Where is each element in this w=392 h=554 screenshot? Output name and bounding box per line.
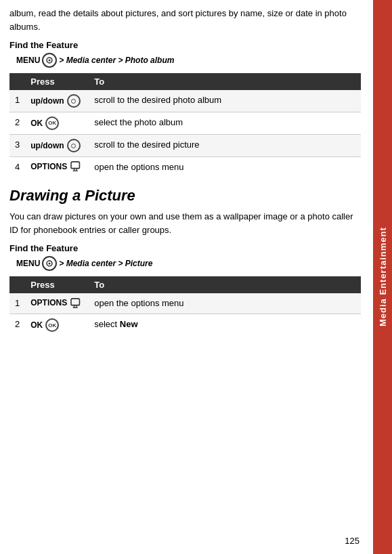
table-row: 1 OPTIONS open the options menu [9, 293, 361, 314]
table-row: 2 OK OK select New [9, 314, 361, 337]
step-to: scroll to the desired photo album [89, 90, 361, 112]
step-press: OK OK [25, 112, 89, 135]
press-cell-content: OPTIONS [30, 161, 83, 173]
step-press: up/down [25, 135, 89, 157]
section2-title: Drawing a Picture [9, 187, 361, 205]
nav-circle-icon [67, 139, 81, 152]
svg-rect-6 [71, 298, 79, 305]
step-to: select the photo album [89, 112, 361, 135]
th-empty-1 [9, 73, 25, 90]
options-phone-icon [70, 298, 83, 309]
step-number: 1 [9, 293, 25, 314]
nav-circle-inner [71, 99, 76, 104]
step-press: up/down [25, 90, 89, 112]
svg-rect-2 [71, 162, 79, 169]
menu-key-2: MENU [16, 259, 40, 268]
section2-body: You can draw pictures on your own and us… [9, 210, 361, 236]
press-cell-content: OK OK [30, 318, 83, 332]
step-press: OPTIONS [25, 157, 89, 178]
menu-path-text-2: > Media center > Picture [59, 259, 152, 268]
menu-path-1: MENU > Media center > Photo album [16, 53, 361, 68]
th-press-1: Press [25, 73, 89, 90]
press-cell-content: OK OK [30, 116, 83, 130]
section2: Drawing a Picture You can draw pictures … [9, 187, 361, 336]
bold-text: New [120, 319, 138, 329]
steps-table-1: Press To 1 up/down scroll to the desired… [9, 73, 361, 177]
table-row: 4 OPTIONS open the options menu [9, 157, 361, 178]
find-feature-label-1: Find the Feature [9, 40, 361, 50]
table-row: 1 up/down scroll to the desired photo al… [9, 90, 361, 112]
nav-circle-inner [71, 144, 76, 148]
step-press: OPTIONS [25, 293, 89, 314]
th-empty-2 [9, 276, 25, 293]
side-tab: Media Entertainment [373, 0, 392, 554]
step-number: 3 [9, 135, 25, 157]
menu-path-2: MENU > Media center > Picture [16, 256, 361, 271]
key-label: up/down [30, 95, 64, 107]
press-cell-content: up/down [30, 139, 83, 152]
key-label: OK [30, 118, 43, 129]
table-row: 2 OK OK select the photo album [9, 112, 361, 135]
menu-key-1: MENU [16, 56, 40, 65]
section1: Find the Feature MENU > Media center > P… [9, 40, 361, 177]
th-press-2: Press [25, 276, 89, 293]
page-number: 125 [345, 536, 360, 546]
find-feature-label-2: Find the Feature [9, 243, 361, 253]
press-cell-content: OPTIONS [30, 297, 83, 309]
step-to: open the options menu [89, 293, 361, 314]
side-tab-label: Media Entertainment [378, 228, 388, 327]
svg-point-1 [49, 60, 51, 62]
key-label: up/down [30, 140, 64, 152]
key-label: OPTIONS [30, 161, 67, 173]
th-to-2: To [89, 276, 361, 293]
step-number: 2 [9, 112, 25, 135]
table-header-row-2: Press To [9, 276, 361, 293]
press-cell-content: up/down [30, 94, 83, 108]
step-to: scroll to the desired picture [89, 135, 361, 157]
step-to: open the options menu [89, 157, 361, 178]
menu-icon-2 [42, 256, 57, 271]
ok-circle-icon: OK [45, 116, 59, 130]
key-label: OK [30, 320, 43, 331]
step-number: 4 [9, 157, 25, 178]
intro-text: album, read the details about pictures, … [9, 7, 361, 33]
options-phone-icon [70, 161, 83, 172]
key-label: OPTIONS [30, 297, 67, 309]
step-number: 2 [9, 314, 25, 337]
menu-icon-1 [42, 53, 57, 68]
ok-circle-icon: OK [45, 318, 59, 332]
page-wrapper: album, read the details about pictures, … [0, 0, 392, 554]
step-to: select New [89, 314, 361, 337]
menu-path-text-1: > Media center > Photo album [59, 56, 174, 65]
steps-table-2: Press To 1 OPTIONS open the options menu… [9, 276, 361, 336]
svg-point-5 [49, 263, 51, 265]
table-header-row-1: Press To [9, 73, 361, 90]
step-number: 1 [9, 90, 25, 112]
th-to-1: To [89, 73, 361, 90]
main-content: album, read the details about pictures, … [0, 0, 373, 554]
nav-circle-icon [67, 94, 81, 108]
step-press: OK OK [25, 314, 89, 337]
table-row: 3 up/down scroll to the desired picture [9, 135, 361, 157]
